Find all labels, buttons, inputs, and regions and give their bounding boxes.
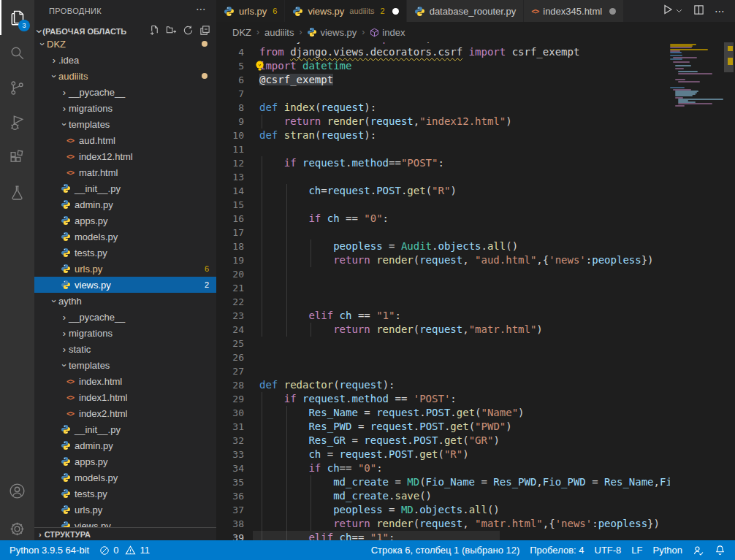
code-line-6[interactable]: 6@csrf_exempt: [216, 73, 670, 87]
code-line-4[interactable]: 4from django.views.decorators.csrf impor…: [216, 45, 670, 59]
tree-item-views.py[interactable]: views.py2: [34, 277, 216, 293]
code-line-19[interactable]: 19 return render(request, "aud.html",{'n…: [216, 253, 670, 267]
code-line-26[interactable]: 26: [216, 350, 670, 364]
code-line-39[interactable]: 39 elif ch== "1":: [216, 531, 670, 540]
editor-scrollbar[interactable]: [723, 42, 735, 540]
split-editor-icon[interactable]: [693, 4, 704, 18]
breadcrumb-item-index[interactable]: index: [370, 27, 405, 38]
tree-item-index.html[interactable]: <>index.html: [34, 373, 216, 389]
tree-item-DKZ[interactable]: ›DKZ: [34, 40, 216, 52]
code-line-18[interactable]: 18 peopless = Audit.objects.all(): [216, 239, 670, 253]
tree-item-models.py[interactable]: models.py: [34, 469, 216, 486]
tab-urls.py[interactable]: urls.py6: [216, 0, 285, 22]
tree-item-apps.py[interactable]: apps.py: [34, 212, 216, 229]
explorer-icon[interactable]: 3: [0, 0, 34, 35]
tree-item-index12.html[interactable]: <>index12.html: [34, 148, 216, 164]
tree-item-__init__.py[interactable]: __init__.py: [34, 180, 216, 196]
tree-item-migrations[interactable]: ›migrations: [34, 100, 216, 116]
new-folder-icon[interactable]: [166, 25, 177, 36]
tree-item-__pycache__[interactable]: ›__pycache__: [34, 309, 216, 325]
code-line-31[interactable]: 31 Res_PWD = request.POST.get("PWD"): [216, 420, 670, 434]
run-debug-icon[interactable]: [0, 105, 34, 140]
code-line-21[interactable]: 21: [216, 281, 670, 295]
tree-item-__init__.py[interactable]: __init__.py: [34, 421, 216, 437]
breadcrumb-item-audiiits[interactable]: audiiits: [264, 27, 294, 38]
code-line-11[interactable]: 11: [216, 142, 670, 156]
code-line-38[interactable]: 38 return render(request, "matr.html",{'…: [216, 517, 670, 531]
extensions-icon[interactable]: [0, 140, 34, 175]
code-line-25[interactable]: 25: [216, 337, 670, 350]
tree-item-urls.py[interactable]: urls.py: [34, 502, 216, 518]
tree-item-matr.html[interactable]: <>matr.html: [34, 164, 216, 180]
tree-item-aythh[interactable]: ›aythh: [34, 293, 216, 309]
python-interpreter-status[interactable]: Python 3.9.5 64-bit: [4, 540, 94, 560]
tab-index345.html[interactable]: <>index345.html: [524, 0, 624, 22]
code-editor[interactable]: 3from aythh.models import MD,Audit4from …: [216, 42, 735, 540]
search-icon[interactable]: [0, 35, 34, 70]
explorer-more-actions[interactable]: ⋯: [196, 3, 206, 15]
tree-item-admin.py[interactable]: admin.py: [34, 437, 216, 453]
eol-status[interactable]: LF: [626, 545, 647, 556]
tree-item-admin.py[interactable]: admin.py: [34, 196, 216, 212]
code-line-29[interactable]: 29 if request.method == 'POST':: [216, 392, 670, 406]
code-line-16[interactable]: 16 if ch == "0":: [216, 212, 670, 226]
code-line-35[interactable]: 35 md_create = MD(Fio_Name = Res_PWD,Fio…: [216, 475, 670, 489]
code-line-15[interactable]: 15: [216, 198, 670, 212]
code-line-34[interactable]: 34 if ch== "0":: [216, 461, 670, 475]
code-line-13[interactable]: 13: [216, 170, 670, 184]
workspace-section-header[interactable]: › (РАБОЧАЯ ОБЛАСТЬ) ...: [34, 22, 216, 40]
code-line-23[interactable]: 23 elif ch == "1":: [216, 309, 670, 323]
code-line-17[interactable]: 17: [216, 226, 670, 239]
tree-item-migrations[interactable]: ›migrations: [34, 325, 216, 341]
tab-views.py[interactable]: views.pyaudiiits2: [285, 0, 406, 22]
breadcrumb-item-DKZ[interactable]: DKZ: [232, 27, 251, 38]
code-line-14[interactable]: 14 ch=request.POST.get("R"): [216, 184, 670, 198]
code-line-7[interactable]: 7: [216, 87, 670, 101]
run-dropdown-chevron-icon[interactable]: [675, 4, 683, 18]
tree-item-urls.py[interactable]: urls.py6: [34, 261, 216, 277]
code-line-28[interactable]: 28def redactor(request):: [216, 378, 670, 392]
tree-item-apps.py[interactable]: apps.py: [34, 453, 216, 469]
refresh-icon[interactable]: [183, 25, 194, 36]
tree-item-index1.html[interactable]: <>index1.html: [34, 389, 216, 405]
encoding-status[interactable]: UTF-8: [590, 545, 627, 556]
tree-item-static[interactable]: ›static: [34, 341, 216, 357]
code-line-22[interactable]: 22: [216, 295, 670, 309]
new-file-icon[interactable]: [149, 25, 160, 36]
language-mode-status[interactable]: Python: [648, 545, 688, 556]
code-line-30[interactable]: 30 Res_Name = request.POST.get("Name"): [216, 406, 670, 420]
code-line-12[interactable]: 12 if request.method=="POST":: [216, 156, 670, 170]
tab-database_roouter.py[interactable]: database_roouter.py: [407, 0, 525, 22]
problems-status[interactable]: 0 11: [94, 540, 155, 560]
account-icon[interactable]: [0, 473, 34, 508]
breadcrumb-item-views.py[interactable]: views.py: [307, 27, 357, 38]
notifications-bell-icon[interactable]: [709, 545, 731, 556]
code-line-9[interactable]: 9 return render(request,"index12.html"): [216, 115, 670, 129]
tree-item-models.py[interactable]: models.py: [34, 229, 216, 245]
code-line-5[interactable]: 5import datetime: [216, 59, 670, 73]
tree-item-audiiits[interactable]: ›audiiits: [34, 68, 216, 84]
tree-item-templates[interactable]: ›templates: [34, 357, 216, 373]
tree-item-tests.py[interactable]: tests.py: [34, 486, 216, 502]
collapse-folders-icon[interactable]: [199, 25, 210, 36]
tree-item-views.py[interactable]: views.py: [34, 518, 216, 527]
run-python-file-icon[interactable]: [662, 4, 674, 18]
testing-icon[interactable]: [0, 175, 34, 210]
code-line-24[interactable]: 24 return render(request,"matr.html"): [216, 323, 670, 337]
tree-item-.idea[interactable]: ›.idea: [34, 52, 216, 68]
feedback-icon[interactable]: [688, 545, 709, 556]
code-line-33[interactable]: 33 ch = request.POST.get("R"): [216, 448, 670, 461]
code-line-8[interactable]: 8def index(request):: [216, 101, 670, 115]
lightbulb-code-action-icon[interactable]: [254, 60, 265, 74]
more-actions-icon[interactable]: ⋯: [715, 5, 725, 17]
code-line-10[interactable]: 10def stran(request):: [216, 129, 670, 142]
cursor-position-status[interactable]: Строка 6, столбец 1 (выбрано 12): [366, 545, 525, 556]
code-line-20[interactable]: 20: [216, 267, 670, 281]
code-line-32[interactable]: 32 Res_GR = request.POST.get("GR"): [216, 434, 670, 448]
tree-item-__pycache__[interactable]: ›__pycache__: [34, 84, 216, 100]
outline-section-header[interactable]: › СТРУКТУРА: [34, 527, 216, 540]
indentation-status[interactable]: Пробелов: 4: [525, 545, 589, 556]
code-line-37[interactable]: 37 peopless = MD.objects.all(): [216, 503, 670, 517]
tree-item-templates[interactable]: ›templates: [34, 116, 216, 132]
tree-item-tests.py[interactable]: tests.py: [34, 245, 216, 261]
